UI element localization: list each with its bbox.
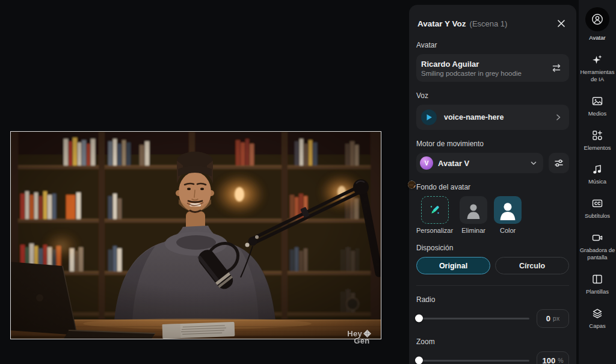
background-option-label: Color xyxy=(500,227,516,234)
sidebar-item-screen-recorder[interactable]: Grabadora de pantalla xyxy=(579,232,616,261)
motion-engine-value: Avatar V xyxy=(438,159,469,168)
voice-name: voice-name-here xyxy=(444,113,504,122)
avatar-name: Ricardo Aguilar xyxy=(421,60,522,69)
panel-header: Avatar Y Voz (Escena 1) xyxy=(416,5,569,32)
section-divider xyxy=(416,285,569,286)
close-icon xyxy=(557,19,565,28)
video-preview[interactable]: Hey Gen xyxy=(10,131,381,339)
background-option-color[interactable]: Color xyxy=(494,196,522,234)
sidebar-item-templates[interactable]: Plantillas xyxy=(579,273,616,295)
radius-slider[interactable] xyxy=(416,318,529,319)
motion-engine-dropdown[interactable]: V Avatar V xyxy=(416,153,543,173)
layout-section-label: Disposición xyxy=(416,244,569,252)
background-option-label: Eliminar xyxy=(461,227,485,234)
magic-pen-icon xyxy=(428,203,442,217)
voice-card[interactable]: voice-name-here xyxy=(416,105,569,130)
zoom-value: 100 xyxy=(542,356,555,364)
heygen-editor: Hey Gen Avatar Y Voz (Escena 1) Avatar xyxy=(0,0,616,364)
swap-arrows-icon xyxy=(551,63,562,73)
zoom-unit: % xyxy=(558,357,563,364)
chevron-right-icon xyxy=(555,114,562,121)
radius-value-box[interactable]: 0 px xyxy=(537,309,569,328)
radius-slider-thumb[interactable] xyxy=(415,315,423,322)
elements-icon xyxy=(591,129,603,141)
panel-title: Avatar Y Voz xyxy=(417,19,466,28)
avatar-description: Smiling podcaster in grey hoodie xyxy=(421,70,522,77)
play-icon xyxy=(426,114,433,121)
zoom-slider-thumb[interactable] xyxy=(415,357,423,364)
sidebar-item-elements[interactable]: Elementos xyxy=(579,129,616,152)
sidebar-item-avatar[interactable]: Avatar xyxy=(579,7,616,42)
media-icon xyxy=(591,95,603,107)
ai-tools-icon xyxy=(591,54,603,66)
avatar-section-label: Avatar xyxy=(416,41,569,49)
sidebar-item-media[interactable]: Medios xyxy=(579,95,616,117)
watermark-text-gen: Gen xyxy=(347,338,371,345)
person-silhouette-icon xyxy=(464,201,482,219)
sliders-icon xyxy=(553,158,564,168)
radius-unit: px xyxy=(553,315,559,322)
avatar-thumbnail xyxy=(408,180,416,188)
avatar-icon xyxy=(591,13,603,25)
right-sidebar: Avatar Herramientas de IA Medios Element… xyxy=(579,0,616,364)
sidebar-item-music[interactable]: Música xyxy=(579,163,616,185)
scene-tag: (Escena 1) xyxy=(470,19,508,28)
voice-section-label: Voz xyxy=(416,91,569,100)
music-icon xyxy=(591,163,603,175)
zoom-label: Zoom xyxy=(416,338,569,346)
motion-section-label: Motor de movimiento xyxy=(416,140,569,148)
subtitles-icon xyxy=(591,197,603,209)
avatar-card[interactable]: Ricardo Aguilar Smiling podcaster in gre… xyxy=(416,54,569,82)
radius-label: Radio xyxy=(416,295,569,304)
heygen-watermark: Hey Gen xyxy=(347,330,371,345)
background-option-custom[interactable]: Personalizar xyxy=(416,196,453,234)
screen-recorder-icon xyxy=(591,232,603,244)
layout-option-circle[interactable]: Círculo xyxy=(495,257,569,274)
zoom-value-box[interactable]: 100 % xyxy=(537,351,569,364)
background-section-label: Fondo del avatar xyxy=(416,183,569,191)
motion-settings-button[interactable] xyxy=(549,153,569,173)
sidebar-item-ai-tools[interactable]: Herramientas de IA xyxy=(579,54,616,83)
close-panel-button[interactable] xyxy=(555,17,568,30)
layout-option-original[interactable]: Original xyxy=(416,257,490,274)
play-voice-button[interactable] xyxy=(421,110,437,125)
avatar-scene-illustration xyxy=(11,132,381,339)
sidebar-item-layers[interactable]: Capas xyxy=(579,307,616,330)
layers-icon xyxy=(591,307,603,319)
background-option-remove[interactable]: Eliminar xyxy=(460,196,487,234)
swap-avatar-button[interactable] xyxy=(551,63,562,73)
zoom-slider[interactable] xyxy=(416,360,529,362)
background-option-label: Personalizar xyxy=(416,227,453,234)
avatar-v-badge: V xyxy=(420,156,433,170)
radius-value: 0 xyxy=(546,314,550,323)
chevron-down-icon xyxy=(530,159,537,167)
sidebar-item-subtitles[interactable]: Subtítulos xyxy=(579,197,616,220)
templates-icon xyxy=(591,273,603,285)
avatar-voice-panel: Avatar Y Voz (Escena 1) Avatar Ricardo A… xyxy=(409,5,576,364)
person-silhouette-icon xyxy=(497,200,518,220)
